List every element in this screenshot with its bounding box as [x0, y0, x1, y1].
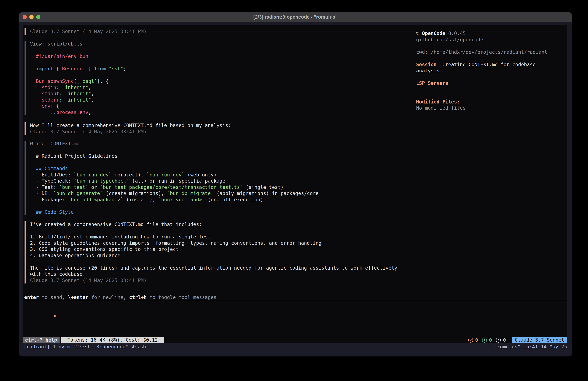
text-line: [30, 159, 318, 166]
w-circle-icon: w: [468, 337, 473, 343]
zoom-button[interactable]: [36, 15, 40, 19]
text-line: analysis: [416, 68, 567, 74]
prompt-input[interactable]: >: [24, 307, 567, 313]
text-line: ## Code Style: [30, 209, 318, 215]
text-line: [416, 92, 567, 99]
diagnostic-counters: w0i0h0: [468, 337, 510, 343]
text-line: Claude 3.7 Sonnet (14 May 2025 03:41 PM): [30, 277, 397, 284]
text-line: with this codebase.: [30, 271, 397, 277]
text-line: - Package: `bun add <package>` (install)…: [30, 197, 318, 203]
i-circle-icon: i: [482, 337, 487, 343]
text-line: [30, 47, 126, 53]
window-titlebar[interactable]: [2/3] radiant:3:opencode - "romulus": [19, 12, 572, 22]
tmux-window-list[interactable]: [radiant] 1:nvim 2:zsh- 3:opencode* 4:zs…: [23, 343, 146, 350]
text-line: LSP Servers: [416, 80, 567, 86]
text-line: Now I'll create a comprehensive CONTEXT.…: [30, 122, 231, 129]
text-line: ...process.env,: [30, 109, 126, 116]
status-chips-left: ctrl+? help Tokens: 16.4K (8%), Cost: $0…: [22, 337, 164, 343]
text-line: 1. Build/lint/test commands including ho…: [30, 234, 397, 240]
session-sidebar: © OpenCode 0.0.45github.com/sst/opencode…: [416, 30, 567, 111]
text-line: 3. CSS styling conventions specific to t…: [30, 246, 397, 252]
text-line: View: script/db.ts: [30, 41, 126, 47]
tokens-cost-chip: Tokens: 16.4K (8%), Cost: $0.12: [61, 337, 164, 343]
assistant-header: Claude 3.7 Sonnet (14 May 2025 03:41 PM): [24, 28, 147, 35]
text-line: [30, 147, 318, 153]
text-line: cwd: /home/thdxr/dev/projects/radiant/ra…: [416, 49, 567, 55]
warning-counter: w0: [468, 337, 478, 343]
prompt-caret: >: [53, 313, 56, 319]
text-line: - Build/Dev: `bun run dev` (project), `b…: [30, 172, 318, 178]
hint-counter: h0: [496, 337, 506, 343]
opencode-tui: Claude 3.7 Sonnet (14 May 2025 03:41 PM)…: [22, 25, 567, 343]
text-line: [416, 86, 567, 93]
text-line: #!/usr/bin/env bun: [30, 53, 126, 60]
assistant-summary: I've created a comprehensive CONTEXT.md …: [24, 221, 397, 284]
text-line: - TypeCheck: `bun run typecheck` (all) o…: [30, 178, 318, 184]
tool-write-block: Write: CONTEXT.md # Radiant Project Guid…: [24, 141, 318, 215]
status-chips-right: w0i0h0 Claude 3.7 Sonnet: [468, 337, 567, 343]
text-line: ## Commands: [30, 165, 318, 172]
text-line: Write: CONTEXT.md: [30, 141, 318, 147]
text-line: 2. Code style guidelines covering import…: [30, 240, 397, 246]
desktop: [2/3] radiant:3:opencode - "romulus" Cla…: [0, 0, 588, 381]
text-line: [30, 228, 397, 234]
editor-divider: [22, 301, 567, 301]
text-line: Session: Creating CONTEXT.md for codebas…: [416, 62, 567, 68]
text-line: [416, 55, 567, 62]
text-line: Modified Files:: [416, 99, 567, 105]
text-line: [416, 43, 567, 49]
text-line: [30, 72, 126, 78]
minimize-button[interactable]: [29, 15, 34, 19]
status-bar: ctrl+? help Tokens: 16.4K (8%), Cost: $0…: [22, 337, 567, 343]
text-line: stdin: "inherit",: [30, 85, 126, 91]
h-circle-icon: h: [496, 337, 501, 343]
text-line: I've created a comprehensive CONTEXT.md …: [30, 221, 397, 228]
text-line: Claude 3.7 Sonnet (14 May 2025 03:41 PM): [30, 28, 147, 35]
help-chip: ctrl+? help: [22, 337, 60, 343]
text-line: env: {: [30, 103, 126, 109]
tmux-session-clock: "romulus" 15:41 14-May-25: [494, 343, 567, 350]
text-line: - DB: `bun db generate` (create migratio…: [30, 190, 318, 197]
text-line: [416, 74, 567, 80]
text-line: The file is concise (20 lines) and captu…: [30, 265, 397, 271]
text-line: # Radiant Project Guidelines: [30, 153, 318, 159]
text-line: stderr: "inherit",: [30, 97, 126, 103]
text-line: import { Resource } from "sst";: [30, 66, 126, 72]
text-line: - Test: `bun test` or `bun test packages…: [30, 184, 318, 190]
terminal-window: [2/3] radiant:3:opencode - "romulus" Cla…: [19, 12, 572, 357]
window-title: [2/3] radiant:3:opencode - "romulus": [253, 14, 337, 20]
text-line: © OpenCode 0.0.45: [416, 30, 567, 37]
tmux-status-bar: [radiant] 1:nvim 2:zsh- 3:opencode* 4:zs…: [19, 343, 572, 357]
info-counter: i0: [482, 337, 492, 343]
text-line: stdout: "inherit",: [30, 90, 126, 97]
text-line: Claude 3.7 Sonnet (14 May 2025 03:41 PM): [30, 129, 231, 135]
text-line: [30, 60, 126, 66]
text-line: 4. Database operations guidance: [30, 252, 397, 259]
text-line: Bun.spawnSync([`psql`], {: [30, 78, 126, 85]
text-line: [30, 259, 397, 265]
traffic-lights: [22, 12, 40, 22]
model-chip[interactable]: Claude 3.7 Sonnet: [512, 337, 567, 343]
text-line: [30, 203, 318, 209]
keybind-help-line: enter to send, \+enter for newline, ctrl…: [24, 294, 216, 301]
terminal-body: Claude 3.7 Sonnet (14 May 2025 03:41 PM)…: [19, 22, 572, 357]
tool-view-block: View: script/db.ts #!/usr/bin/env bun im…: [24, 41, 126, 115]
close-button[interactable]: [22, 15, 27, 19]
text-line: github.com/sst/opencode: [416, 37, 567, 43]
text-line: No modified files: [416, 105, 567, 111]
assistant-message: Now I'll create a comprehensive CONTEXT.…: [24, 122, 231, 135]
